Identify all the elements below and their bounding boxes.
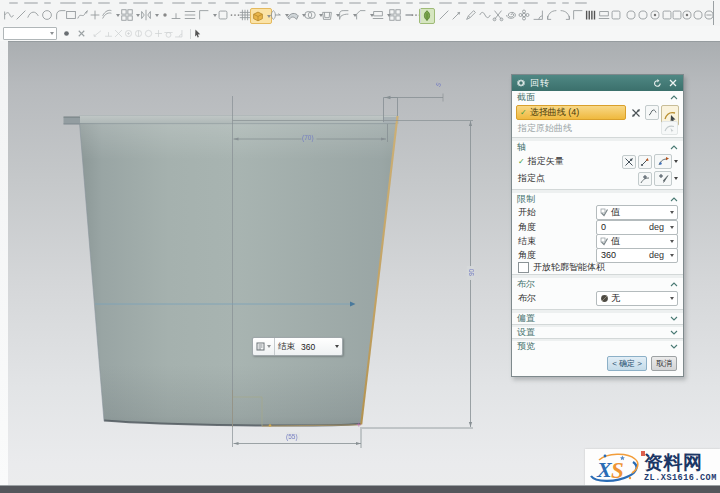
boolean-dropdown[interactable]: 无 [596,291,678,306]
no-snap-icon[interactable] [76,28,87,39]
snap-angle-icon[interactable] [173,28,184,39]
toolbar-cut-text [0,0,720,6]
arc-icon[interactable] [26,8,40,22]
datum-plane-icon[interactable] [183,8,197,22]
expand-chevron-down-icon[interactable] [670,344,678,349]
open-profile-checkbox[interactable] [518,262,529,273]
dialog-close-icon[interactable] [669,79,677,87]
section-header-settings[interactable]: 设置 [512,327,683,338]
value-option-icon [600,237,609,246]
quick-trim-icon[interactable] [491,8,505,22]
vector-type-caret[interactable] [674,160,678,163]
sketch-wave-icon[interactable] [478,8,492,22]
toolbar-snap [0,26,720,41]
start-angle-value[interactable]: 0 [601,222,606,232]
render-style-icon[interactable] [61,28,72,39]
start-angle-input[interactable]: 0 deg [596,220,678,235]
collapse-chevron-up-icon[interactable] [670,282,678,287]
offset-curve-icon[interactable] [100,8,120,22]
watermark-logo: X S [585,450,643,486]
end-angle-value[interactable]: 360 [601,250,616,260]
helix-icon[interactable] [504,8,518,22]
sketch-arrow-icon[interactable] [450,8,464,22]
value-option-icon [600,208,609,217]
expand-chevron-down-icon[interactable] [670,330,678,335]
stop-at-intersection-button[interactable] [628,105,643,120]
point-dialog-button[interactable] [638,172,652,186]
sketch-line-icon[interactable] [437,8,451,22]
boolean-row-label: 布尔 [518,292,536,305]
sketch-plane-icon[interactable] [197,8,217,22]
follow-fillet-button[interactable] [645,105,659,120]
collapse-chevron-up-icon[interactable] [670,95,678,100]
end-angle-value[interactable]: 360 [298,338,330,355]
expand-chevron-down-icon[interactable] [670,316,678,321]
section-header-axis[interactable]: 轴 [512,141,683,153]
start-option-value: 值 [611,206,620,219]
select-curve-field[interactable]: ✓ 选择曲线 (4) [516,105,626,120]
section-header-section[interactable]: 截面 [512,91,683,104]
pattern-feature-icon[interactable] [388,8,402,22]
select-curve-row: ✓ 选择曲线 (4) [512,105,683,119]
boolean-row: 布尔 无 [512,290,683,306]
flower-icon[interactable] [517,8,531,22]
boolean-label: 布尔 [517,278,535,291]
snap-end-icon[interactable] [92,28,103,39]
sketch-icon[interactable] [419,8,435,24]
end-angle-input[interactable]: 360 deg [596,248,678,263]
sketch-pencil-icon[interactable] [464,8,478,22]
start-option-dropdown[interactable]: 值 [596,205,678,220]
inferred-vector-button[interactable] [654,154,672,169]
limit-end-angle-row: 角度 360 deg [512,248,683,262]
corner-icon[interactable] [571,8,585,22]
specify-origin-curve-label: 指定原始曲线 [518,122,572,135]
start-angle-unit[interactable]: deg [649,222,664,232]
boolean-none-icon [600,294,609,303]
fillet-curve-icon[interactable] [545,8,559,22]
reverse-vector-button[interactable] [638,155,652,169]
section-header-boolean[interactable]: 布尔 [512,278,683,290]
dialog-options-gear-icon[interactable] [516,78,526,88]
circle-icon[interactable] [40,8,54,22]
inferred-point-button[interactable] [654,171,672,186]
limits-label: 限制 [517,193,535,206]
watermark: X S 资料网 ZL.XS1616.COM [585,449,720,487]
dialog-titlebar[interactable]: 回转 [512,75,683,91]
onscreen-angle-input[interactable]: 结束 360 [252,337,343,356]
limit-start-angle-row: 角度 0 deg [512,220,683,234]
collapse-chevron-up-icon[interactable] [670,197,678,202]
start-label: 开始 [518,206,536,219]
start-angle-label: 角度 [518,221,536,234]
section-header-limits[interactable]: 限制 [512,193,683,205]
collapse-chevron-up-icon[interactable] [670,145,678,150]
limit-start-row: 开始 值 [512,205,683,220]
end-option-dropdown[interactable]: 值 [596,234,678,249]
offset-label: 偏置 [517,312,535,325]
cancel-button[interactable]: 取消 [651,356,677,371]
specify-vector-label: 指定矢量 [528,155,564,168]
end-angle-unit[interactable]: deg [649,250,664,260]
vector-dialog-button[interactable] [622,155,636,169]
section-header-offset[interactable]: 偏置 [512,313,683,324]
mirror-curve-icon[interactable] [139,8,159,22]
end-label: 结束 [518,235,536,248]
end-angle-dropdown[interactable] [330,338,342,355]
preview-label: 预览 [517,340,535,353]
dialog-title: 回转 [530,77,550,90]
point-type-caret[interactable] [674,177,678,180]
datum-axis-icon[interactable] [169,8,183,22]
cursor-icon[interactable] [192,28,203,39]
specify-point-row: 指定点 [512,170,683,187]
axis-label: 轴 [517,141,526,154]
ok-button[interactable]: < 确定 > [607,356,647,371]
section-header-preview[interactable]: 预览 [512,341,683,352]
watermark-letter-s: S [611,458,624,483]
formula-button[interactable] [253,338,274,355]
chamfer-curve-icon[interactable] [558,8,572,22]
angle-icon[interactable] [531,8,545,22]
square-corner-icon[interactable] [609,8,623,22]
pattern-curve-icon[interactable] [120,8,140,22]
dialog-reset-icon[interactable] [653,79,662,88]
formula-icon [256,342,265,351]
bars-icon[interactable] [584,8,598,22]
